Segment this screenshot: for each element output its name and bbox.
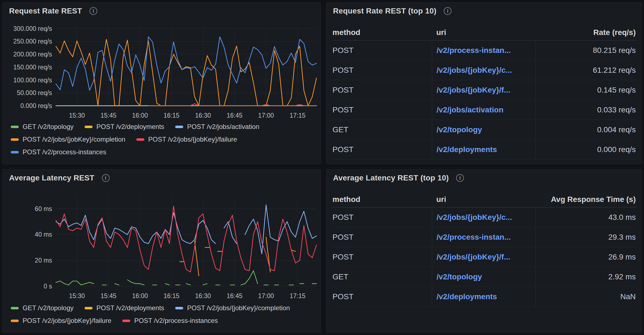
table-row: POST/v2/jobs/{jobKey}/f...26.9 ms bbox=[332, 247, 636, 267]
y-axis-tick-label: 20 ms bbox=[35, 257, 52, 264]
uri-link[interactable]: /v2/jobs/{jobKey}/c... bbox=[437, 213, 512, 222]
y-axis-tick-label: 300.000 req/s bbox=[13, 25, 52, 32]
table-body: POST/v2/jobs/{jobKey}/c...43.0 msPOST/v2… bbox=[332, 207, 636, 307]
legend-item[interactable]: POST /v2/process-instances bbox=[11, 148, 106, 156]
uri-cell: /v2/jobs/activation bbox=[432, 100, 535, 120]
x-axis-tick-label: 17:00 bbox=[258, 292, 274, 299]
x-axis-tick-label: 15:30 bbox=[69, 292, 85, 299]
info-icon[interactable]: i bbox=[102, 174, 110, 182]
x-axis-tick-label: 17:15 bbox=[290, 112, 306, 119]
y-axis-tick-label: 150.000 req/s bbox=[13, 64, 52, 71]
info-icon[interactable]: i bbox=[90, 7, 97, 15]
legend-item[interactable]: POST /v2/jobs/{jobKey}/failure bbox=[136, 135, 237, 144]
panel-title-request-rate-top10[interactable]: Request Rate REST (top 10) bbox=[333, 7, 436, 15]
method-cell: POST bbox=[332, 292, 432, 301]
uri-link[interactable]: /v2/topology bbox=[437, 125, 482, 134]
uri-cell: /v2/process-instan... bbox=[432, 40, 535, 60]
legend-item[interactable]: POST /v2/jobs/{jobKey}/failure bbox=[11, 317, 111, 325]
x-axis-tick-label: 16:30 bbox=[195, 112, 211, 119]
legend-item[interactable]: GET /v2/topology bbox=[11, 123, 74, 131]
uri-link[interactable]: /v2/jobs/activation bbox=[437, 106, 504, 114]
column-header-avg-response-time[interactable]: Avg Response Time (s) bbox=[535, 195, 636, 204]
uri-cell: /v2/jobs/{jobKey}/c... bbox=[432, 60, 535, 80]
uri-cell: /v2/topology bbox=[432, 120, 535, 139]
info-icon[interactable]: i bbox=[444, 7, 451, 15]
column-header-uri[interactable]: uri bbox=[432, 195, 535, 204]
legend-swatch bbox=[85, 307, 93, 309]
y-axis-tick-label: 200.000 req/s bbox=[13, 51, 52, 58]
legend-label: POST /v2/process-instances bbox=[23, 148, 106, 156]
panel-latency-chart: Average Latency REST i 60 ms40 ms20 ms0 … bbox=[2, 169, 321, 333]
method-cell: POST bbox=[332, 66, 432, 75]
legend-label: POST /v2/jobs/activation bbox=[187, 123, 259, 131]
legend-item[interactable]: POST /v2/deployments bbox=[85, 123, 164, 131]
value-cell: 0.033 req/s bbox=[535, 100, 636, 120]
table-row: POST/v2/jobs/{jobKey}/c...61.212 req/s bbox=[332, 60, 636, 80]
legend-item[interactable]: POST /v2/deployments bbox=[85, 304, 164, 312]
legend-item[interactable]: POST /v2/jobs/{jobKey}/completion bbox=[175, 304, 290, 312]
uri-link[interactable]: /v2/deployments bbox=[437, 145, 497, 154]
column-header-rate[interactable]: Rate (req/s) bbox=[535, 28, 636, 37]
panel-header: Average Latency REST (top 10) i bbox=[333, 174, 464, 182]
method-cell: POST bbox=[332, 253, 432, 261]
legend-item[interactable]: POST /v2/process-instances bbox=[122, 317, 218, 325]
uri-link[interactable]: /v2/jobs/{jobKey}/f... bbox=[437, 86, 510, 94]
value-cell: NaN bbox=[535, 287, 636, 306]
panel-title-latency[interactable]: Average Latency REST bbox=[9, 174, 94, 182]
method-cell: POST bbox=[332, 86, 432, 94]
value-cell: 0.004 req/s bbox=[535, 120, 636, 139]
legend-item[interactable]: GET /v2/topology bbox=[11, 304, 74, 312]
table-row: POST/v2/jobs/activation0.033 req/s bbox=[332, 100, 636, 120]
y-axis-tick-label: 0.000 req/s bbox=[20, 102, 52, 109]
uri-cell: /v2/deployments bbox=[432, 140, 535, 159]
x-axis-tick-label: 16:45 bbox=[227, 112, 243, 119]
y-axis-tick-label: 60 ms bbox=[35, 205, 52, 212]
dashboard-grid: Request Rate REST i 300.000 req/s250.000… bbox=[0, 0, 644, 335]
x-axis-tick-label: 16:00 bbox=[132, 292, 148, 299]
series-line bbox=[148, 104, 316, 106]
request-rate-table: method uri Rate (req/s) POST/v2/process-… bbox=[332, 25, 636, 160]
column-header-method[interactable]: method bbox=[332, 195, 432, 204]
x-axis-tick-label: 17:00 bbox=[258, 112, 274, 119]
panel-title-request-rate[interactable]: Request Rate REST bbox=[9, 7, 82, 15]
legend-swatch bbox=[11, 320, 19, 322]
uri-cell: /v2/process-instan... bbox=[432, 227, 535, 247]
request-rate-chart-legend: GET /v2/topologyPOST /v2/deploymentsPOST… bbox=[11, 123, 317, 156]
x-axis-tick-label: 16:30 bbox=[195, 292, 211, 299]
legend-swatch bbox=[136, 138, 144, 141]
value-cell: 26.9 ms bbox=[535, 247, 636, 267]
uri-cell: /v2/topology bbox=[432, 267, 535, 287]
y-axis-tick-label: 40 ms bbox=[35, 231, 52, 238]
legend-swatch bbox=[11, 126, 19, 128]
panel-request-rate-chart: Request Rate REST i 300.000 req/s250.000… bbox=[2, 2, 321, 164]
uri-link[interactable]: /v2/process-instan... bbox=[437, 233, 511, 242]
panel-header: Average Latency REST i bbox=[9, 174, 110, 182]
legend-label: POST /v2/jobs/{jobKey}/failure bbox=[148, 136, 237, 143]
method-cell: GET bbox=[332, 272, 432, 281]
value-cell: 2.92 ms bbox=[535, 267, 636, 287]
legend-swatch bbox=[85, 126, 93, 128]
value-cell: 0.000 req/s bbox=[535, 140, 636, 159]
series-line bbox=[56, 206, 316, 272]
method-cell: POST bbox=[332, 106, 432, 114]
x-axis-tick-label: 16:45 bbox=[227, 292, 243, 299]
uri-link[interactable]: /v2/topology bbox=[437, 272, 482, 281]
legend-item[interactable]: POST /v2/jobs/{jobKey}/completion bbox=[11, 135, 125, 144]
value-cell: 0.145 req/s bbox=[535, 80, 636, 100]
info-icon[interactable]: i bbox=[456, 174, 464, 182]
legend-item[interactable]: POST /v2/jobs/activation bbox=[175, 123, 259, 131]
table-row: POST/v2/deploymentsNaN bbox=[332, 287, 636, 307]
column-header-uri[interactable]: uri bbox=[432, 28, 535, 37]
value-cell: 80.215 req/s bbox=[535, 40, 636, 60]
column-header-method[interactable]: method bbox=[332, 28, 432, 37]
table-header-row: method uri Avg Response Time (s) bbox=[332, 191, 636, 207]
method-cell: POST bbox=[332, 213, 432, 222]
uri-link[interactable]: /v2/jobs/{jobKey}/f... bbox=[437, 253, 510, 261]
method-cell: POST bbox=[332, 46, 432, 55]
uri-link[interactable]: /v2/deployments bbox=[437, 292, 497, 301]
uri-link[interactable]: /v2/process-instan... bbox=[437, 46, 511, 55]
panel-title-latency-top10[interactable]: Average Latency REST (top 10) bbox=[333, 174, 449, 182]
x-axis-tick-label: 15:45 bbox=[101, 292, 117, 299]
method-cell: POST bbox=[332, 233, 432, 242]
uri-link[interactable]: /v2/jobs/{jobKey}/c... bbox=[437, 66, 512, 75]
